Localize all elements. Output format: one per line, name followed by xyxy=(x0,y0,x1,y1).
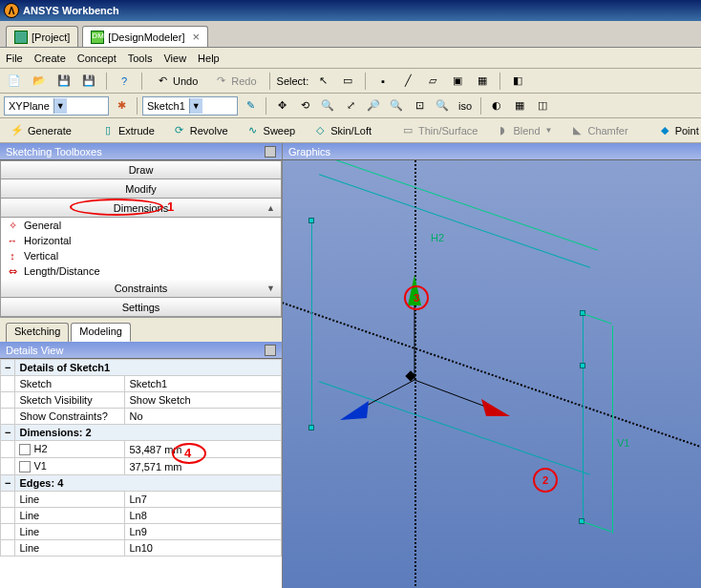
revolve-button[interactable]: ⟳Revolve xyxy=(166,120,234,141)
menu-create[interactable]: Create xyxy=(34,52,66,64)
det-ln10[interactable]: Ln10 xyxy=(125,540,282,556)
look-at-icon[interactable]: 🔍 xyxy=(432,96,453,116)
det-cons-value[interactable]: No xyxy=(125,409,282,425)
chevron-up-icon[interactable]: ▲ xyxy=(266,203,275,213)
new-plane-icon[interactable]: ✱ xyxy=(111,96,132,116)
save-icon[interactable]: 💾 xyxy=(53,72,74,91)
tab-project[interactable]: [Project] xyxy=(6,26,78,47)
checkbox[interactable] xyxy=(19,444,31,455)
generate-button[interactable]: ⚡Generate xyxy=(4,120,77,141)
wire-icon[interactable]: ▦ xyxy=(509,96,530,116)
menu-tools[interactable]: Tools xyxy=(128,52,153,64)
saveall-icon[interactable]: 💾 xyxy=(78,72,99,91)
pin-icon[interactable] xyxy=(265,345,276,356)
zoom-box-icon[interactable]: 🔍 xyxy=(317,96,338,116)
dim-v1-ext2 xyxy=(583,313,612,324)
zoom-in-icon[interactable]: 🔎 xyxy=(363,96,384,116)
thinsurface-button[interactable]: ▭Thin/Surface xyxy=(394,120,483,141)
det-v1-value[interactable]: 37,571 mm xyxy=(125,458,282,475)
dim-general[interactable]: ✧General xyxy=(1,218,281,233)
view-cube-icon[interactable]: ◫ xyxy=(532,96,553,116)
lengthdist-label: Length/Distance xyxy=(24,265,100,277)
filter-body-icon[interactable]: ▣ xyxy=(447,72,468,91)
zoom-fit-icon[interactable]: ⤢ xyxy=(340,96,361,116)
chamfer-button[interactable]: ◣Chamfer xyxy=(563,120,633,141)
toolbar-file: 📄 📂 💾 💾 ? ↶Undo ↷Redo Select: ↖ ▭ ▪ ╱ ▱ … xyxy=(0,69,701,94)
marker-ring-1 xyxy=(70,199,163,216)
help-icon[interactable]: ? xyxy=(114,72,135,91)
new-sketch-icon[interactable]: ✎ xyxy=(240,96,261,116)
close-icon[interactable]: × xyxy=(192,30,200,44)
menu-concept[interactable]: Concept xyxy=(77,52,117,64)
collapse-icon[interactable]: − xyxy=(1,360,15,376)
det-ln9[interactable]: Ln9 xyxy=(125,524,282,540)
pan-icon[interactable]: ✥ xyxy=(271,96,292,116)
point-button[interactable]: ◆Point xyxy=(651,120,701,141)
dim-v1-line xyxy=(612,326,613,534)
det-edges-hdr: Edges: 4 xyxy=(15,475,282,492)
tab-sketching[interactable]: Sketching xyxy=(6,323,69,342)
select-box-icon[interactable]: ▭ xyxy=(337,72,358,91)
tab-designmodeler[interactable]: DM [DesignModeler] × xyxy=(82,26,208,47)
mode-tabs: Sketching Modeling xyxy=(0,317,282,342)
graphics-canvas[interactable]: H2 V1 3 2 xyxy=(283,160,701,588)
skinloft-button[interactable]: ◇Skin/Loft xyxy=(307,120,377,141)
acc-draw[interactable]: Draw xyxy=(0,160,282,179)
acc-constraints[interactable]: Constraints▼ xyxy=(0,279,282,298)
dim-lengthdist[interactable]: ⇔Length/Distance xyxy=(1,263,281,279)
redo-button[interactable]: ↷Redo xyxy=(207,71,262,92)
settings-label: Settings xyxy=(122,302,160,313)
det-ln8[interactable]: Ln8 xyxy=(125,508,282,524)
chevron-down-icon[interactable]: ▼ xyxy=(266,284,275,293)
sweep-button[interactable]: ∿Sweep xyxy=(240,120,302,141)
checkbox[interactable] xyxy=(19,461,31,472)
collapse-icon[interactable]: − xyxy=(1,475,15,492)
blend-button[interactable]: ◗Blend▼ xyxy=(489,120,558,141)
det-v1-label: V1 xyxy=(15,458,125,475)
dim-horizontal[interactable]: ↔Horizontal xyxy=(1,233,281,248)
marker-3-label: 3 xyxy=(414,292,419,304)
extrude-button[interactable]: ▯Extrude xyxy=(95,120,160,141)
open-icon[interactable]: 📂 xyxy=(29,72,50,91)
iso-view-icon[interactable]: iso xyxy=(455,96,476,116)
extend-sel-icon[interactable]: ◧ xyxy=(507,72,528,91)
acc-settings[interactable]: Settings xyxy=(0,298,282,317)
acc-dimensions[interactable]: Dimensions 1 ▲ xyxy=(0,199,282,218)
general-dim-icon: ✧ xyxy=(5,220,20,232)
undo-button[interactable]: ↶Undo xyxy=(149,71,203,92)
pin-icon[interactable] xyxy=(265,146,276,158)
select-cursor-icon[interactable]: ↖ xyxy=(312,72,333,91)
menu-help[interactable]: Help xyxy=(198,52,220,64)
separator xyxy=(499,73,500,90)
svg-marker-3 xyxy=(481,399,510,416)
tab-modeling[interactable]: Modeling xyxy=(71,323,131,342)
collapse-icon[interactable]: − xyxy=(1,425,15,441)
det-vis-value[interactable]: Show Sketch xyxy=(125,392,282,409)
sketch-dropdown[interactable]: Sketch1 ▼ xyxy=(142,96,238,116)
tab-modeling-label: Modeling xyxy=(79,326,122,337)
skinloft-icon: ◇ xyxy=(312,123,328,138)
filter-bodies-icon[interactable]: ▦ xyxy=(472,72,493,91)
zoom-win-icon[interactable]: ⊡ xyxy=(409,96,430,116)
h2-text: H2 xyxy=(33,443,47,454)
filter-point-icon[interactable]: ▪ xyxy=(372,72,393,91)
menu-file[interactable]: File xyxy=(6,52,23,64)
zoom-out-icon[interactable]: 🔍 xyxy=(386,96,407,116)
det-line1-label: Line xyxy=(15,492,125,508)
undo-icon: ↶ xyxy=(155,74,170,89)
dim-vertical[interactable]: ↕Vertical xyxy=(1,248,281,263)
det-sketch-value[interactable]: Sketch1 xyxy=(125,376,282,392)
redo-label: Redo xyxy=(231,75,256,87)
blend-icon: ◗ xyxy=(495,123,510,138)
filter-edge-icon[interactable]: ╱ xyxy=(397,72,418,91)
det-ln7[interactable]: Ln7 xyxy=(125,492,282,508)
shade-icon[interactable]: ◐ xyxy=(486,96,507,116)
filter-face-icon[interactable]: ▱ xyxy=(422,72,443,91)
rotate-icon[interactable]: ⟲ xyxy=(294,96,315,116)
menu-view[interactable]: View xyxy=(163,52,186,64)
new-icon[interactable]: 📄 xyxy=(4,72,25,91)
acc-modify[interactable]: Modify xyxy=(0,179,282,199)
plane-dropdown[interactable]: XYPlane ▼ xyxy=(4,96,109,116)
sketch-value: Sketch1 xyxy=(147,100,185,112)
app-title: ANSYS Workbench xyxy=(23,5,119,16)
